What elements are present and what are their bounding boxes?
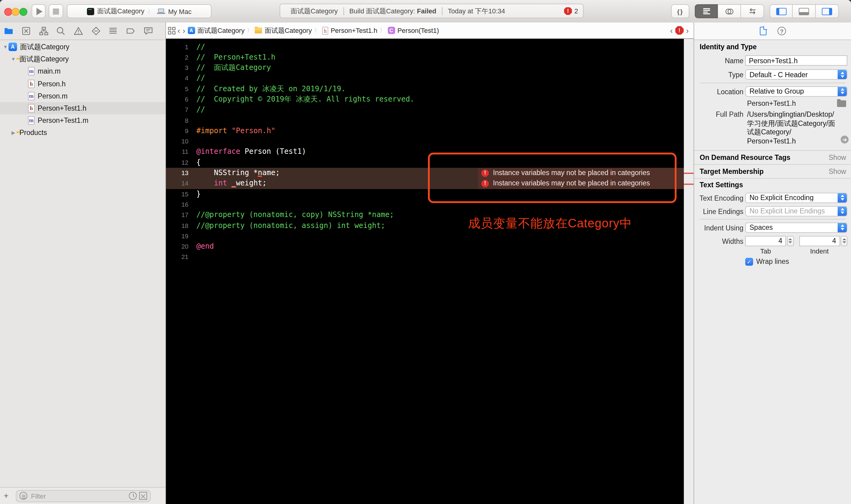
tree-row-面试题Category[interactable]: ▼A面试题Category bbox=[0, 41, 165, 53]
code-token: int bbox=[214, 179, 227, 187]
text-encoding-dropdown[interactable]: No Explicit Encoding bbox=[745, 193, 847, 203]
zoom-window-button[interactable] bbox=[19, 8, 28, 16]
code-line[interactable]: 20@end bbox=[166, 241, 684, 252]
indent-using-dropdown[interactable]: Spaces bbox=[745, 222, 847, 233]
code-line[interactable]: 7// bbox=[166, 105, 684, 115]
code-line[interactable]: 19 bbox=[166, 231, 684, 242]
location-dropdown[interactable]: Relative to Group bbox=[745, 86, 847, 96]
indent-width-field[interactable] bbox=[799, 236, 840, 246]
navigator-tab-symbol-navigator[interactable] bbox=[35, 22, 52, 39]
tree-row-面试题Category[interactable]: ▼面试题Category bbox=[0, 53, 165, 65]
go-forward-button[interactable]: › bbox=[183, 26, 185, 35]
folder-icon[interactable] bbox=[837, 100, 846, 107]
previous-issue-button[interactable]: ‹ bbox=[670, 26, 673, 35]
breadcrumb-item[interactable]: 面试题Category bbox=[255, 26, 312, 35]
navigator-tab-source-control[interactable] bbox=[17, 22, 35, 39]
header-file-icon: h bbox=[322, 26, 328, 34]
tree-row-Person.m[interactable]: mPerson.m bbox=[0, 90, 165, 102]
tab-width-field[interactable] bbox=[745, 236, 786, 246]
minimize-window-button[interactable] bbox=[12, 8, 19, 16]
issue-navigator-icon bbox=[74, 26, 83, 36]
issue-badge-icon[interactable]: ! bbox=[675, 26, 684, 35]
location-label: Location bbox=[717, 88, 743, 95]
go-back-button[interactable]: ‹ bbox=[178, 26, 180, 35]
name-field[interactable] bbox=[745, 55, 847, 66]
toggle-inspector-button[interactable] bbox=[816, 4, 839, 18]
divider bbox=[694, 178, 851, 178]
editor-scroll-gutter[interactable] bbox=[684, 39, 693, 504]
stop-button[interactable] bbox=[49, 4, 63, 18]
location-filename: Person+Test1.h bbox=[747, 100, 796, 107]
reveal-arrow-icon[interactable]: ➜ bbox=[841, 136, 849, 143]
breadcrumb-item[interactable]: hPerson+Test1.h bbox=[322, 26, 378, 34]
tree-row-main.m[interactable]: mmain.m bbox=[0, 65, 165, 77]
breadcrumb-item[interactable]: A面试题Category bbox=[187, 26, 245, 35]
add-file-button[interactable]: + bbox=[4, 491, 8, 500]
tree-row-Person+Test1.m[interactable]: mPerson+Test1.m bbox=[0, 114, 165, 126]
tab-caption: Tab bbox=[745, 248, 786, 255]
status-time: Today at 下午10:34 bbox=[442, 6, 510, 16]
quick-help-tab-icon[interactable]: ? bbox=[777, 27, 786, 35]
tree-row-Person+Test1.h[interactable]: hPerson+Test1.h bbox=[0, 102, 165, 114]
version-editor-button[interactable] bbox=[741, 4, 764, 18]
filter-icon bbox=[19, 492, 28, 500]
error-badge-icon[interactable]: ! bbox=[564, 7, 572, 15]
line-endings-dropdown[interactable]: No Explicit Line Endings bbox=[745, 206, 847, 216]
code-text: @interface Person (Test1) bbox=[196, 147, 306, 156]
text-settings-section-title: Text Settings bbox=[700, 181, 743, 188]
activity-viewer[interactable]: 面试题Category Build 面试题Category: Failed To… bbox=[279, 4, 583, 18]
code-token bbox=[227, 126, 231, 135]
folder-icon bbox=[255, 28, 262, 33]
filter-field-container[interactable] bbox=[16, 490, 151, 502]
source-control-icon bbox=[21, 26, 31, 36]
disclosure-triangle-icon[interactable]: ▼ bbox=[10, 56, 16, 62]
code-line[interactable]: 8 bbox=[166, 115, 684, 126]
filter-input[interactable] bbox=[30, 491, 126, 500]
scheme-selector[interactable]: 面试题Category 〉 My Mac bbox=[67, 4, 212, 18]
target-membership-show-button[interactable]: Show bbox=[829, 168, 846, 175]
code-line[interactable]: 21 bbox=[166, 252, 684, 263]
navigator-tab-debug-navigator[interactable] bbox=[105, 22, 122, 39]
on-demand-show-button[interactable]: Show bbox=[829, 154, 846, 161]
code-line[interactable]: 6// Copyright © 2019年 冰凌天. All rights re… bbox=[166, 94, 684, 105]
wrap-lines-checkbox[interactable]: ✓ bbox=[745, 257, 753, 265]
library-button[interactable]: {} bbox=[671, 4, 689, 18]
navigator-tab-project-navigator[interactable] bbox=[0, 22, 17, 39]
code-line[interactable]: 5// Created by 冰凌天 on 2019/1/19. bbox=[166, 84, 684, 94]
standard-editor-button[interactable] bbox=[695, 4, 718, 18]
assistant-editor-button[interactable] bbox=[718, 4, 741, 18]
navigator-tab-test-navigator[interactable] bbox=[87, 22, 105, 39]
full-path-line: Person+Test1.h bbox=[747, 137, 838, 145]
code-line[interactable]: 10 bbox=[166, 136, 684, 147]
source-control-status-filter-icon[interactable] bbox=[139, 492, 147, 500]
tree-row-Person.h[interactable]: hPerson.h bbox=[0, 77, 165, 90]
next-issue-button[interactable]: › bbox=[686, 26, 689, 35]
code-line[interactable]: 2// Person+Test1.h bbox=[166, 52, 684, 63]
disclosure-triangle-icon[interactable]: ▼ bbox=[2, 44, 8, 50]
navigator-tab-issue-navigator[interactable] bbox=[70, 22, 87, 39]
code-line[interactable]: 3// 面试题Category bbox=[166, 62, 684, 73]
code-line[interactable]: 1// bbox=[166, 42, 684, 52]
navigator-tab-search[interactable] bbox=[52, 22, 70, 39]
file-inspector-tab-icon[interactable] bbox=[760, 27, 766, 35]
report-navigator-icon bbox=[143, 26, 153, 36]
recents-icon[interactable] bbox=[129, 492, 137, 500]
toggle-navigator-button[interactable] bbox=[769, 4, 793, 18]
disclosure-triangle-icon[interactable]: ▶ bbox=[10, 130, 16, 136]
tab-width-stepper[interactable] bbox=[787, 236, 794, 246]
source-editor[interactable]: 1//2// Person+Test1.h3// 面试题Category4//5… bbox=[166, 39, 684, 504]
related-items-icon[interactable] bbox=[168, 26, 176, 34]
close-window-button[interactable] bbox=[4, 8, 12, 16]
breadcrumb-item[interactable]: CPerson(Test1) bbox=[387, 27, 439, 34]
tree-row-Products[interactable]: ▶Products bbox=[0, 127, 165, 139]
code-line[interactable]: 4// bbox=[166, 73, 684, 84]
indent-width-stepper[interactable] bbox=[841, 236, 847, 246]
toggle-debug-area-button[interactable] bbox=[793, 4, 816, 18]
type-dropdown[interactable]: Default - C Header bbox=[745, 69, 847, 80]
run-button[interactable] bbox=[32, 4, 46, 18]
navigator-tab-report-navigator[interactable] bbox=[140, 22, 157, 39]
code-line[interactable]: 9#import "Person.h" bbox=[166, 126, 684, 137]
type-label: Type bbox=[728, 71, 743, 78]
line-number: 9 bbox=[166, 126, 188, 137]
navigator-tab-breakpoint-navigator[interactable] bbox=[122, 22, 140, 39]
